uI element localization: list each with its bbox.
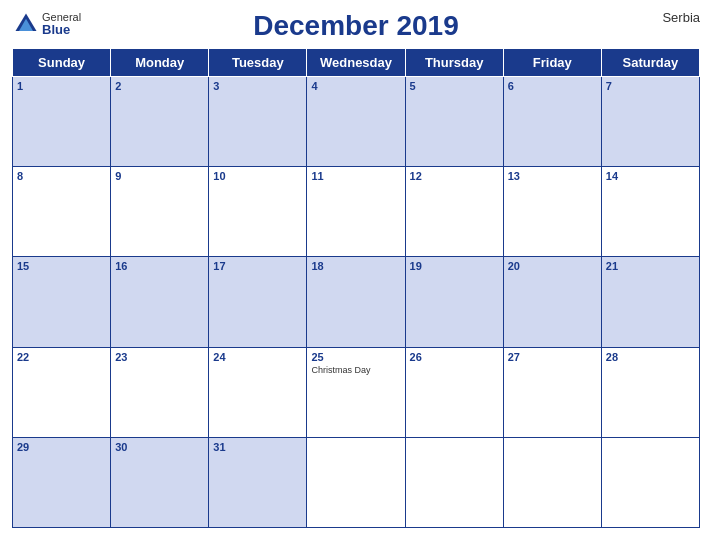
calendar-cell: 3	[209, 77, 307, 167]
calendar-cell: 23	[111, 347, 209, 437]
logo-icon	[12, 10, 40, 38]
calendar-cell: 1	[13, 77, 111, 167]
calendar-body: 1234567891011121314151617181920212223242…	[13, 77, 700, 528]
calendar-cell	[503, 437, 601, 527]
calendar-cell: 5	[405, 77, 503, 167]
calendar-cell: 10	[209, 167, 307, 257]
month-title: December 2019	[253, 10, 458, 42]
calendar-week-row: 22232425Christmas Day262728	[13, 347, 700, 437]
day-number: 6	[508, 80, 597, 92]
calendar-cell: 20	[503, 257, 601, 347]
day-number: 27	[508, 351, 597, 363]
calendar-cell: 21	[601, 257, 699, 347]
calendar-week-row: 891011121314	[13, 167, 700, 257]
day-number: 12	[410, 170, 499, 182]
day-number: 17	[213, 260, 302, 272]
calendar-cell: 26	[405, 347, 503, 437]
calendar-cell: 29	[13, 437, 111, 527]
day-number: 3	[213, 80, 302, 92]
calendar-cell: 15	[13, 257, 111, 347]
day-number: 20	[508, 260, 597, 272]
header-monday: Monday	[111, 49, 209, 77]
calendar-cell: 24	[209, 347, 307, 437]
calendar-week-row: 1234567	[13, 77, 700, 167]
calendar-cell: 31	[209, 437, 307, 527]
calendar-cell: 13	[503, 167, 601, 257]
calendar-cell	[307, 437, 405, 527]
header-sunday: Sunday	[13, 49, 111, 77]
calendar-cell: 27	[503, 347, 601, 437]
day-number: 7	[606, 80, 695, 92]
day-number: 25	[311, 351, 400, 363]
calendar-cell: 7	[601, 77, 699, 167]
day-number: 2	[115, 80, 204, 92]
calendar-header-row: Sunday Monday Tuesday Wednesday Thursday…	[13, 49, 700, 77]
calendar-cell	[601, 437, 699, 527]
calendar-cell: 9	[111, 167, 209, 257]
calendar-cell: 28	[601, 347, 699, 437]
day-number: 18	[311, 260, 400, 272]
calendar-header: General Blue December 2019 Serbia	[12, 10, 700, 42]
header-thursday: Thursday	[405, 49, 503, 77]
calendar-cell: 2	[111, 77, 209, 167]
calendar-cell: 4	[307, 77, 405, 167]
day-number: 14	[606, 170, 695, 182]
day-number: 31	[213, 441, 302, 453]
day-number: 11	[311, 170, 400, 182]
day-number: 13	[508, 170, 597, 182]
calendar-cell: 17	[209, 257, 307, 347]
calendar-week-row: 15161718192021	[13, 257, 700, 347]
day-number: 22	[17, 351, 106, 363]
day-number: 23	[115, 351, 204, 363]
day-number: 26	[410, 351, 499, 363]
calendar-week-row: 293031	[13, 437, 700, 527]
header-saturday: Saturday	[601, 49, 699, 77]
header-friday: Friday	[503, 49, 601, 77]
calendar-cell: 11	[307, 167, 405, 257]
day-number: 10	[213, 170, 302, 182]
holiday-label: Christmas Day	[311, 365, 400, 375]
day-number: 24	[213, 351, 302, 363]
day-number: 5	[410, 80, 499, 92]
country-label: Serbia	[662, 10, 700, 25]
header-tuesday: Tuesday	[209, 49, 307, 77]
day-number: 21	[606, 260, 695, 272]
calendar-cell: 22	[13, 347, 111, 437]
calendar-cell: 12	[405, 167, 503, 257]
calendar-cell: 30	[111, 437, 209, 527]
day-number: 8	[17, 170, 106, 182]
logo-blue-text: Blue	[42, 23, 81, 36]
calendar-table: Sunday Monday Tuesday Wednesday Thursday…	[12, 48, 700, 528]
logo: General Blue	[12, 10, 81, 38]
logo-text: General Blue	[42, 12, 81, 36]
day-number: 1	[17, 80, 106, 92]
day-number: 9	[115, 170, 204, 182]
weekday-header-row: Sunday Monday Tuesday Wednesday Thursday…	[13, 49, 700, 77]
day-number: 16	[115, 260, 204, 272]
calendar-cell: 14	[601, 167, 699, 257]
calendar-cell	[405, 437, 503, 527]
calendar-cell: 6	[503, 77, 601, 167]
header-wednesday: Wednesday	[307, 49, 405, 77]
calendar-cell: 18	[307, 257, 405, 347]
day-number: 19	[410, 260, 499, 272]
day-number: 30	[115, 441, 204, 453]
day-number: 29	[17, 441, 106, 453]
calendar-cell: 19	[405, 257, 503, 347]
calendar-cell: 16	[111, 257, 209, 347]
day-number: 4	[311, 80, 400, 92]
day-number: 28	[606, 351, 695, 363]
day-number: 15	[17, 260, 106, 272]
calendar-cell: 8	[13, 167, 111, 257]
calendar-wrapper: General Blue December 2019 Serbia Sunday…	[0, 0, 712, 550]
calendar-cell: 25Christmas Day	[307, 347, 405, 437]
